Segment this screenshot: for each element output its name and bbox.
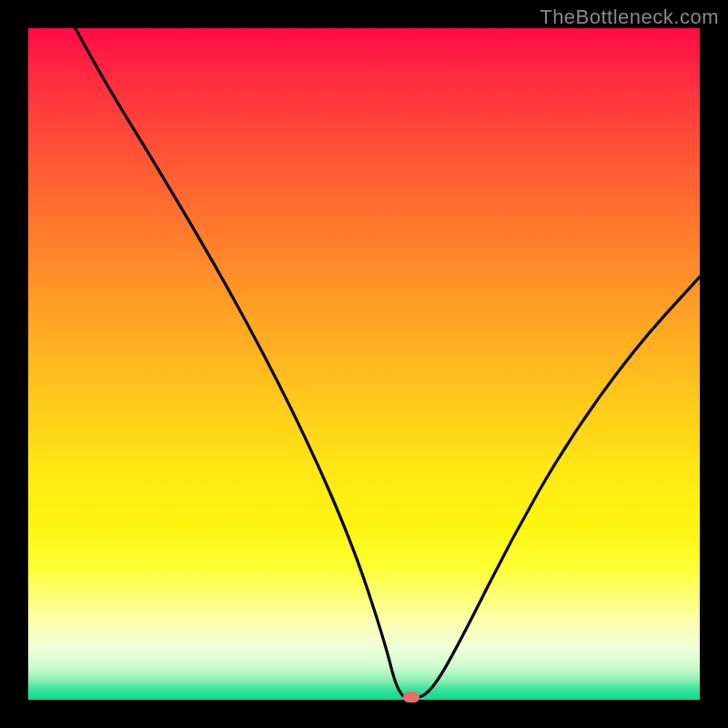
- watermark-label: TheBottleneck.com: [540, 5, 719, 29]
- minimum-marker: [403, 692, 420, 703]
- chart-frame: TheBottleneck.com: [0, 0, 728, 728]
- plot-area: [28, 28, 700, 700]
- bottleneck-curve: [28, 28, 700, 700]
